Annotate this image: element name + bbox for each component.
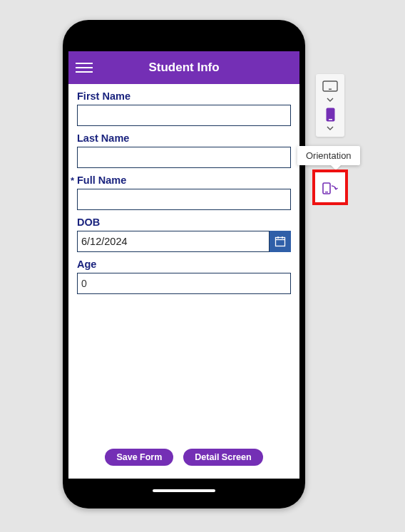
tablet-device-icon[interactable] xyxy=(321,80,339,93)
calendar-button[interactable] xyxy=(270,231,291,252)
save-button[interactable]: Save Form xyxy=(105,449,173,466)
orientation-button[interactable] xyxy=(312,169,348,205)
phone-device-icon[interactable] xyxy=(321,108,339,121)
field-age: Age xyxy=(77,258,291,294)
form-footer: Save Form Detail Screen xyxy=(68,442,299,479)
device-toolbar xyxy=(316,74,344,137)
hamburger-icon[interactable] xyxy=(73,51,96,84)
svg-rect-0 xyxy=(276,238,285,246)
field-full-name: * Full Name xyxy=(77,174,291,210)
phone-status-top xyxy=(68,26,299,51)
first-name-label: First Name xyxy=(77,90,130,102)
calendar-icon xyxy=(275,236,286,247)
full-name-label: Full Name xyxy=(77,174,126,186)
orientation-tooltip: Orientation xyxy=(297,146,360,165)
age-input[interactable] xyxy=(77,273,291,294)
phone-status-bottom xyxy=(68,479,299,503)
app-header: Student Info xyxy=(68,51,299,84)
tablet-chevron-down-icon[interactable] xyxy=(323,95,337,104)
detail-button[interactable]: Detail Screen xyxy=(183,449,262,466)
field-first-name: First Name xyxy=(77,90,291,126)
svg-rect-5 xyxy=(329,89,332,90)
phone-chevron-down-icon[interactable] xyxy=(323,124,337,132)
svg-rect-4 xyxy=(323,81,337,91)
svg-rect-7 xyxy=(329,119,332,120)
form-body: First Name Last Name * Full Name DOB xyxy=(68,84,299,442)
phone-frame: Student Info First Name Last Name * Full… xyxy=(63,20,305,508)
field-dob: DOB xyxy=(77,216,291,252)
full-name-input[interactable] xyxy=(77,189,291,210)
last-name-input[interactable] xyxy=(77,147,291,168)
app-screen: Student Info First Name Last Name * Full… xyxy=(68,51,299,479)
last-name-label: Last Name xyxy=(77,132,129,144)
age-label: Age xyxy=(77,259,96,270)
rotate-icon xyxy=(322,179,339,195)
field-last-name: Last Name xyxy=(77,132,291,168)
app-title: Student Info xyxy=(68,61,299,75)
home-indicator xyxy=(153,489,215,492)
required-star: * xyxy=(71,175,74,186)
first-name-input[interactable] xyxy=(77,105,291,126)
dob-label: DOB xyxy=(77,217,100,228)
phone-inner: Student Info First Name Last Name * Full… xyxy=(68,26,299,503)
svg-rect-9 xyxy=(325,192,328,192)
dob-input[interactable] xyxy=(77,231,270,252)
